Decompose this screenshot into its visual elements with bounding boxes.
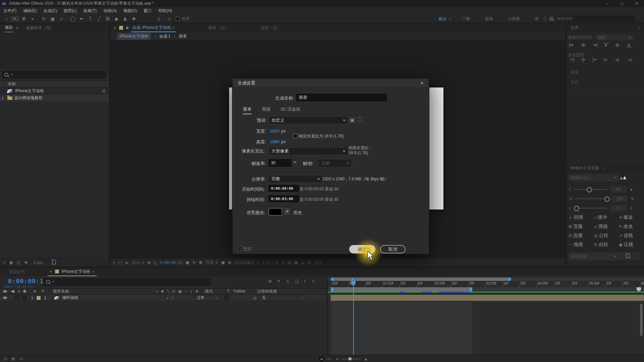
layer-video-icon[interactable] [3,297,7,299]
puppet-tool-icon[interactable]: ✚ [129,16,138,21]
bg-color-swatch[interactable] [269,208,282,216]
start-timecode-input[interactable] [269,185,299,192]
zoom-in-mountain-icon[interactable]: ▲ [364,357,368,361]
character-panel-header[interactable]: 字符 [571,80,579,85]
timeline-navigator-bar[interactable] [331,278,511,281]
updown-arrows-icon[interactable]: ⇅ [631,196,634,201]
shy-switch-icon[interactable]: ◖ [156,289,158,293]
view-layout-dropdown[interactable]: 1 个… [262,260,278,265]
motion-tool-clone[interactable]: ⊞克隆 [569,224,594,230]
trkmat-t-header[interactable]: T [227,289,229,294]
fast-previews-icon[interactable]: ⊡ [288,260,291,265]
graph-editor-icon[interactable]: ∿ [312,279,315,284]
slider-knob[interactable] [587,187,592,192]
distribute-hcenter-icon[interactable] [615,58,621,62]
mini-flowchart-icon[interactable]: 品 [102,88,106,94]
menu-window[interactable]: 窗口 [144,8,152,14]
preview-checkbox[interactable] [237,246,242,251]
par-dropdown[interactable]: 方形像素 [269,147,348,155]
align-vcenter-icon[interactable] [615,43,621,47]
dialog-tab-advanced[interactable]: 高级 [262,106,271,112]
camera-dropdown[interactable]: 活动摄像机 [234,260,259,265]
help-search-input[interactable] [556,15,635,22]
lock-aspect-checkbox[interactable] [293,134,298,138]
motion-tool-orbit[interactable]: ◎公转 [594,233,619,239]
distribute-left-icon[interactable] [603,58,609,62]
text-tool-icon[interactable]: T [86,16,95,21]
pan-behind-tool-icon[interactable]: ⊹ [57,16,66,21]
puppet-figure-icon[interactable]: ♙ [154,16,163,21]
audio-column-icon[interactable] [11,290,14,293]
snapshot-icon[interactable]: ▣ [186,260,189,265]
magnification-icon[interactable]: ▢ [118,260,122,265]
height-value[interactable]: 1080 [270,139,279,144]
frame-blend-icon[interactable]: ❑ [295,279,299,284]
menu-composition[interactable]: 合成(C) [43,8,57,14]
motion-tool-trail[interactable]: ⋯拖尾 [569,242,594,248]
project-item-folder[interactable]: ❯ 设计师深海教程 [0,95,109,102]
hand-tool-icon[interactable]: ✥ [19,16,28,21]
roto-tool-icon[interactable]: ♟ [121,16,129,21]
layer-mode-dropdown[interactable]: 正常 [195,295,221,301]
slider-knob[interactable] [604,196,610,202]
new-folder-icon[interactable]: ▦ [9,260,13,265]
preset-dropdown[interactable]: 自定义 [269,116,348,124]
timeline-button-icon[interactable]: ▥ [294,260,298,265]
comp-tab-menu-icon[interactable]: ≡ [172,26,174,29]
always-preview-icon[interactable]: ⌗ [113,260,115,265]
label-column-icon[interactable]: ❖ [33,290,36,293]
tab-render-queue[interactable]: 渲染队列 [9,269,25,275]
dialog-title-bar[interactable]: 合成设置 ✕ [232,78,429,88]
dialog-close-icon[interactable]: ✕ [420,81,424,85]
workspace-standard[interactable]: 标准 [478,16,500,22]
project-settings-icon[interactable]: ✥ [24,260,28,265]
project-panel-menu-icon[interactable]: ≡ [16,26,18,30]
mask-visibility-icon[interactable]: ◺ [154,260,157,265]
align-left-icon[interactable] [569,43,575,47]
layer-name-column-header[interactable]: 图层名称 [53,289,69,294]
layer-quality-icon[interactable]: ◖ [166,296,168,300]
rotate-tool-icon[interactable]: ↻ [40,16,48,21]
goggles-icon[interactable]: ∞ [125,260,128,265]
motion-task-dropdown[interactable]: 任务启动 [568,252,619,261]
duration-input[interactable] [269,195,299,202]
tab-layer[interactable]: 图层（无） [261,25,281,31]
channels-icon[interactable]: ❂ [199,260,202,265]
menu-help[interactable]: 帮助(H) [158,8,172,14]
motion-version-dropdown[interactable]: Motion v2 [568,174,619,182]
zoom-tool-icon[interactable]: ⌖ [28,16,37,22]
expand-transfer-controls-icon[interactable]: ▤ [11,357,15,361]
navigator-playhead[interactable] [352,278,353,280]
layer-row[interactable]: ❯ 1 循环动画 ◖ ╱ 正常 ◎ 无 [0,295,327,301]
resolution-dropdown[interactable]: 完整 [206,260,218,265]
motion-tool-burst[interactable]: ✳爆发 [619,215,642,221]
parent-column-header[interactable]: 父级和链接 [257,289,277,294]
tab-footage[interactable]: 素材（无） [208,25,228,31]
motion-tool-ease[interactable]: ≈缓冲 [594,215,619,221]
align-right-icon[interactable] [592,43,598,47]
timeline-comp-tab[interactable]: iPhone文字动画 [62,269,90,275]
motion-trash-button[interactable] [616,252,640,260]
motion-panel-header[interactable]: Motion 2 汉化版 ≡ [567,164,644,172]
collapse-switch-icon[interactable]: ✱ [161,289,164,294]
motion-blur-switch-icon[interactable]: ◔ [185,289,187,293]
workspace-menu-icon[interactable]: ≡ [449,17,455,21]
trkmat-column-header[interactable]: TrkMat [233,289,245,294]
slider-track[interactable] [575,198,608,199]
menu-effect[interactable]: 效果(T) [84,8,97,14]
align-top-icon[interactable] [603,43,609,47]
eyedropper-button[interactable]: ✎ [284,208,290,215]
expand-inout-icon[interactable]: ▭ [19,357,23,361]
twirl-icon[interactable]: ❯ [1,97,4,100]
minimize-button[interactable]: ─ [600,2,614,5]
align-panel-header[interactable]: 对齐 ≡ [567,23,644,32]
close-tab-icon[interactable]: × [114,25,116,31]
timeline-vscrollbar[interactable] [640,304,643,336]
motion-blur-icon[interactable]: ◐ [304,279,306,284]
comp-name-input[interactable] [296,94,387,101]
distribute-vcenter-icon[interactable] [581,57,586,63]
motion-tool-link[interactable]: ↗连线 [619,233,642,239]
flowchart-button-icon[interactable]: ⊥ [301,260,305,265]
motion-tool-gaze[interactable]: ◉注视 [619,242,642,248]
navigator-start-handle[interactable] [331,278,333,281]
